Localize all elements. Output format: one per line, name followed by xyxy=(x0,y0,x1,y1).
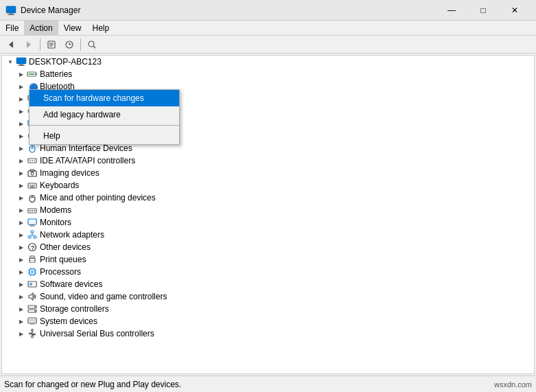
svg-point-10 xyxy=(89,41,94,47)
svg-rect-14 xyxy=(18,65,25,66)
svg-rect-64 xyxy=(30,262,34,262)
dropdown-help[interactable]: Help xyxy=(30,128,179,144)
dvd-arrow[interactable]: ▶ xyxy=(16,130,27,141)
imaging-arrow[interactable]: ▶ xyxy=(16,168,27,178)
tree-item-storage[interactable]: ▶ Storage controllers xyxy=(2,303,534,315)
tree-item-network[interactable]: ▶ Network adapters xyxy=(2,229,534,241)
network-arrow[interactable]: ▶ xyxy=(16,229,27,240)
toolbar-separator-2 xyxy=(80,38,81,51)
other-icon: ? xyxy=(27,242,38,253)
svg-rect-0 xyxy=(6,6,16,13)
scan-icon xyxy=(87,40,97,49)
svg-rect-55 xyxy=(34,236,36,238)
update-icon xyxy=(65,40,74,49)
tree-label-print-queues: Print queues xyxy=(40,255,86,264)
tree-root-label: DESKTOP-ABC123 xyxy=(29,57,102,67)
tree-item-keyboards[interactable]: ▶ Keyboards xyxy=(2,179,534,192)
software-arrow[interactable]: ▶ xyxy=(16,279,27,290)
close-button[interactable]: ✕ xyxy=(499,0,531,21)
tree-item-usb[interactable]: ▶ Universal Serial Bus controllers xyxy=(2,327,534,340)
toolbar-properties-button[interactable] xyxy=(43,37,60,52)
svg-rect-54 xyxy=(28,236,31,238)
tree-root-item[interactable]: ▼ DESKTOP-ABC123 xyxy=(2,56,534,68)
svg-rect-41 xyxy=(34,185,35,186)
svg-rect-2 xyxy=(8,14,14,15)
batteries-icon xyxy=(27,69,38,80)
tree-item-monitors[interactable]: ▶ Monitors xyxy=(2,216,534,229)
other-arrow[interactable]: ▶ xyxy=(16,242,27,253)
svg-rect-63 xyxy=(30,260,34,261)
svg-rect-84 xyxy=(30,323,34,325)
computer-icon xyxy=(16,56,27,67)
hid-arrow[interactable]: ▶ xyxy=(16,143,27,154)
keyboards-arrow[interactable]: ▶ xyxy=(16,180,27,191)
toolbar-scan-button[interactable] xyxy=(84,37,100,52)
computer-arrow[interactable]: ▶ xyxy=(16,93,27,104)
tree-label-processors: Processors xyxy=(40,267,81,277)
dropdown-add-legacy[interactable]: Add legacy hardware xyxy=(30,106,179,123)
tree-item-print-queues[interactable]: ▶ Print queues xyxy=(2,253,534,266)
system-arrow[interactable]: ▶ xyxy=(16,316,27,327)
tree-label-usb: Universal Serial Bus controllers xyxy=(40,329,154,338)
toolbar-back-button[interactable] xyxy=(3,37,19,52)
processors-arrow[interactable]: ▶ xyxy=(16,266,27,277)
svg-rect-40 xyxy=(32,185,33,186)
svg-rect-17 xyxy=(29,73,34,75)
tree-label-modems: Modems xyxy=(40,205,71,215)
status-brand: wsxdn.com xyxy=(494,380,532,389)
usb-arrow[interactable]: ▶ xyxy=(16,328,27,339)
tree-label-network: Network adapters xyxy=(40,230,104,240)
display-arrow[interactable]: ▶ xyxy=(16,118,27,129)
menu-bar: File Action View Help xyxy=(0,21,536,36)
svg-rect-51 xyxy=(31,224,34,226)
storage-arrow[interactable]: ▶ xyxy=(16,303,27,314)
tree-item-batteries[interactable]: ▶ Batteries xyxy=(2,68,534,80)
svg-point-81 xyxy=(34,310,36,312)
usb-icon xyxy=(27,328,38,339)
tree-item-modems[interactable]: ▶ Modems xyxy=(2,204,534,216)
toolbar-update-button[interactable] xyxy=(61,37,78,52)
svg-rect-62 xyxy=(30,256,34,258)
svg-rect-1 xyxy=(9,13,13,14)
status-text: Scan for changed or new Plug and Play de… xyxy=(4,380,181,389)
sound-arrow[interactable]: ▶ xyxy=(16,291,27,302)
tree-item-processors[interactable]: ▶ Processors xyxy=(2,266,534,278)
batteries-arrow[interactable]: ▶ xyxy=(16,69,27,80)
software-icon xyxy=(27,279,38,290)
tree-item-imaging[interactable]: ▶ Imaging devices xyxy=(2,167,534,179)
svg-rect-13 xyxy=(19,64,23,65)
tree-item-sound[interactable]: ▶ Sound, video and game controllers xyxy=(2,290,534,303)
dropdown-scan-hardware[interactable]: Scan for hardware changes xyxy=(30,90,179,106)
svg-rect-53 xyxy=(31,231,34,233)
maximize-button[interactable]: □ xyxy=(467,0,499,21)
svg-point-80 xyxy=(34,306,36,308)
toolbar-forward-button[interactable] xyxy=(21,37,37,52)
menu-file[interactable]: File xyxy=(0,21,24,35)
monitors-arrow[interactable]: ▶ xyxy=(16,217,27,228)
svg-point-85 xyxy=(32,330,34,332)
tree-item-other-devices[interactable]: ▶ ? Other devices xyxy=(2,241,534,253)
mice-arrow[interactable]: ▶ xyxy=(16,192,27,203)
tree-item-ide[interactable]: ▶ IDE ATA/ATAPI controllers xyxy=(2,154,534,167)
tree-item-system[interactable]: ▶ System devices xyxy=(2,315,534,327)
ide-arrow[interactable]: ▶ xyxy=(16,155,27,166)
svg-point-48 xyxy=(32,210,33,211)
minimize-button[interactable]: — xyxy=(436,0,467,21)
menu-view[interactable]: View xyxy=(58,21,87,35)
menu-help[interactable]: Help xyxy=(87,21,115,35)
print-icon xyxy=(27,254,38,265)
disk-arrow[interactable]: ▶ xyxy=(16,106,27,117)
tree-label-imaging: Imaging devices xyxy=(40,168,100,178)
bluetooth-arrow[interactable]: ▶ xyxy=(16,81,27,92)
tree-item-software-devices[interactable]: ▶ Software devices xyxy=(2,278,534,290)
svg-point-49 xyxy=(34,210,35,211)
tree-label-system: System devices xyxy=(40,316,97,326)
tree-label-monitors: Monitors xyxy=(40,218,71,227)
root-expand-arrow[interactable]: ▼ xyxy=(5,56,16,67)
menu-action[interactable]: Action xyxy=(24,21,58,35)
tree-item-mice[interactable]: ▶ Mice and other pointing devices xyxy=(2,192,534,204)
tree-label-batteries: Batteries xyxy=(40,69,72,79)
print-arrow[interactable]: ▶ xyxy=(16,254,27,265)
modems-arrow[interactable]: ▶ xyxy=(16,205,27,216)
tree-label-storage: Storage controllers xyxy=(40,304,109,314)
